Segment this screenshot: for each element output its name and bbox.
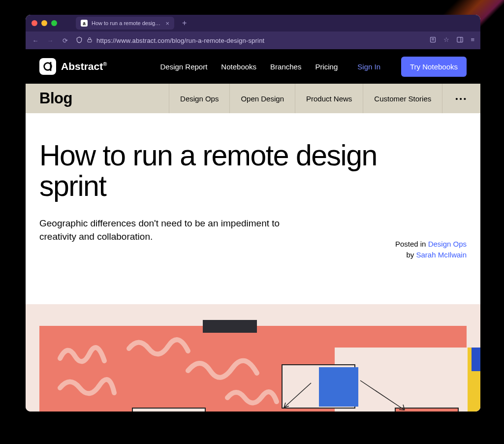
blog-tab-customer-stories[interactable]: Customer Stories xyxy=(363,84,442,113)
menu-icon[interactable]: ≡ xyxy=(471,36,474,45)
url-text: https://www.abstract.com/blog/run-a-remo… xyxy=(96,37,264,44)
article-category-link[interactable]: Design Ops xyxy=(428,240,467,248)
sign-in-link[interactable]: Sign In xyxy=(357,63,380,71)
svg-rect-7 xyxy=(50,62,52,71)
article: How to run a remote design sprint Geogra… xyxy=(26,113,480,261)
posted-in-label: Posted in xyxy=(395,240,428,248)
nav-pricing[interactable]: Pricing xyxy=(315,63,338,71)
try-notebooks-button[interactable]: Try Notebooks xyxy=(401,57,467,77)
blog-tab-design-ops[interactable]: Design Ops xyxy=(169,84,229,113)
site-header: Abstract® Design Report Notebooks Branch… xyxy=(26,49,480,84)
nav-design-report[interactable]: Design Report xyxy=(160,63,207,71)
sidebar-icon[interactable] xyxy=(456,36,464,45)
browser-tab[interactable]: a How to run a remote design spri × xyxy=(76,17,174,30)
article-title: How to run a remote design sprint xyxy=(39,141,404,202)
svg-rect-0 xyxy=(88,39,92,42)
blog-heading: Blog xyxy=(39,84,169,113)
nav-branches[interactable]: Branches xyxy=(270,63,301,71)
brand-name: Abstract xyxy=(61,61,103,72)
brand[interactable]: Abstract® xyxy=(39,58,107,75)
tab-title: How to run a remote design spri xyxy=(92,20,161,26)
minimize-window-button[interactable] xyxy=(41,20,47,26)
address-field[interactable]: https://www.abstract.com/blog/run-a-remo… xyxy=(76,36,422,45)
back-button[interactable]: ← xyxy=(32,37,39,44)
svg-rect-4 xyxy=(457,37,463,42)
forward-button[interactable]: → xyxy=(46,37,54,44)
close-window-button[interactable] xyxy=(32,20,37,26)
reload-button[interactable]: ⟳ xyxy=(61,37,69,44)
blog-tab-open-design[interactable]: Open Design xyxy=(229,84,295,113)
bookmark-icon[interactable]: ☆ xyxy=(443,36,449,45)
nav-notebooks[interactable]: Notebooks xyxy=(221,63,256,71)
reader-mode-icon[interactable] xyxy=(429,36,437,45)
new-tab-button[interactable]: + xyxy=(182,19,187,28)
blog-tab-product-news[interactable]: Product News xyxy=(295,84,363,113)
window-controls xyxy=(32,20,57,26)
hero-illustration xyxy=(26,304,480,412)
brand-suffix: ® xyxy=(103,61,107,67)
blog-tab-more[interactable]: ••• xyxy=(442,84,480,113)
by-label: by xyxy=(406,251,416,259)
titlebar: a How to run a remote design spri × + xyxy=(26,15,480,32)
blog-subnav: Blog Design Ops Open Design Product News… xyxy=(26,84,480,113)
browser-window: a How to run a remote design spri × + ← … xyxy=(26,15,480,412)
article-author-link[interactable]: Sarah McIlwain xyxy=(416,251,467,259)
url-bar: ← → ⟳ https://www.abstract.com/blog/run-… xyxy=(26,32,480,49)
maximize-window-button[interactable] xyxy=(51,20,57,26)
brand-logo-icon xyxy=(39,58,56,75)
lock-icon xyxy=(87,37,93,44)
tab-close-button[interactable]: × xyxy=(165,20,169,27)
shield-icon xyxy=(76,36,83,45)
tab-favicon: a xyxy=(81,20,88,27)
